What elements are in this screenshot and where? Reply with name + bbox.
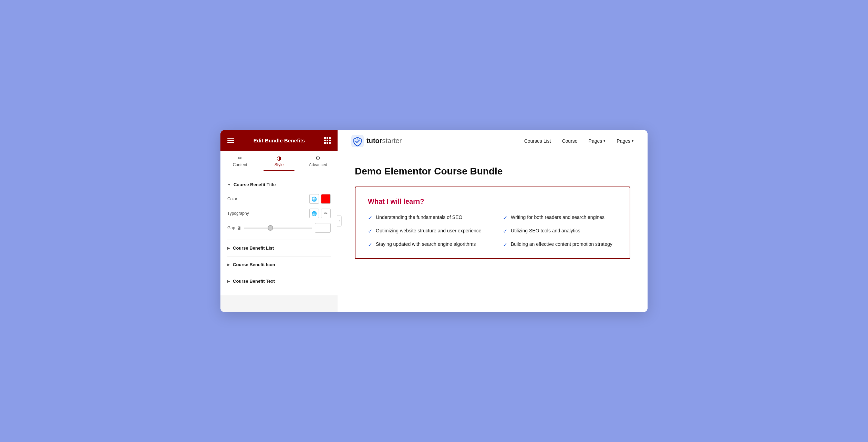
tab-advanced-label: Advanced bbox=[309, 162, 327, 167]
section-benefit-icon-label: Course Benefit Icon bbox=[233, 262, 275, 267]
tab-style-label: Style bbox=[275, 162, 284, 167]
section-benefit-icon-header[interactable]: ▶ Course Benefit Icon bbox=[220, 258, 338, 271]
logo-tutor: tutor bbox=[366, 137, 382, 145]
check-icon-2: ✓ bbox=[368, 228, 372, 234]
benefit-item-3: ✓ Utilizing SEO tools and analytics bbox=[503, 227, 617, 234]
style-tab-icon: ◑ bbox=[277, 155, 281, 161]
check-icon-0: ✓ bbox=[368, 214, 372, 221]
benefit-text-0: Understanding the fundamentals of SEO bbox=[376, 214, 462, 221]
benefit-text-5: Building an effective content promotion … bbox=[511, 241, 612, 248]
slider-thumb[interactable] bbox=[268, 225, 273, 231]
divider-3 bbox=[227, 273, 331, 273]
gap-field-row: Gap 🖥 bbox=[227, 223, 331, 233]
panel-footer bbox=[220, 295, 338, 312]
tab-content-label: Content bbox=[233, 162, 247, 167]
site-nav: tutor starter Courses List Course Pages … bbox=[338, 130, 648, 152]
benefit-text-2: Optimizing website structure and user ex… bbox=[376, 227, 482, 234]
pages-1-chevron-icon: ▾ bbox=[603, 139, 606, 143]
color-controls: 🌐 bbox=[309, 194, 331, 204]
benefit-text-4: Staying updated with search engine algor… bbox=[376, 241, 476, 248]
main-content: Demo Elementor Course Bundle What I will… bbox=[338, 152, 648, 312]
typography-edit-button[interactable]: ✏ bbox=[321, 209, 331, 218]
check-icon-3: ✓ bbox=[503, 228, 507, 234]
typography-field-row: Typography 🌐 ✏ bbox=[227, 209, 331, 218]
benefit-text-1: Writing for both readers and search engi… bbox=[511, 214, 604, 221]
benefit-grid: ✓ Understanding the fundamentals of SEO … bbox=[368, 214, 617, 248]
section-benefit-list-label: Course Benefit List bbox=[233, 245, 274, 251]
section-course-benefit-list: ▶ Course Benefit List bbox=[220, 241, 338, 255]
typography-globe-button[interactable]: 🌐 bbox=[309, 209, 319, 218]
svg-point-1 bbox=[356, 138, 358, 140]
nav-course[interactable]: Course bbox=[562, 138, 577, 144]
nav-links: Courses List Course Pages ▾ Pages ▾ bbox=[524, 138, 634, 144]
section-course-benefit-title: ▼ Course Benefit Title Color 🌐 bbox=[220, 178, 338, 238]
color-field-row: Color 🌐 bbox=[227, 194, 331, 204]
section-benefit-title-body: Color 🌐 Typography 🌐 bbox=[220, 191, 338, 238]
benefit-item-0: ✓ Understanding the fundamentals of SEO bbox=[368, 214, 482, 221]
color-swatch[interactable] bbox=[321, 194, 331, 204]
svg-rect-0 bbox=[351, 135, 364, 147]
outer-container: Edit Bundle Benefits ✏ Content ◑ bbox=[207, 116, 661, 326]
left-panel-wrapper: Edit Bundle Benefits ✏ Content ◑ bbox=[220, 130, 338, 312]
logo-text: tutor starter bbox=[366, 137, 402, 145]
chevron-right-icon-2: ▶ bbox=[227, 263, 230, 267]
gap-slider[interactable] bbox=[244, 224, 312, 231]
left-panel: Edit Bundle Benefits ✏ Content ◑ bbox=[220, 130, 338, 312]
section-benefit-text-header[interactable]: ▶ Course Benefit Text bbox=[220, 274, 338, 288]
panel-tabs: ✏ Content ◑ Style ⚙ Advanced bbox=[220, 151, 338, 171]
gap-label-container: Gap 🖥 bbox=[227, 225, 241, 231]
benefit-box: What I will learn? ✓ Understanding the f… bbox=[355, 187, 630, 259]
panel-title: Edit Bundle Benefits bbox=[254, 138, 305, 143]
color-label: Color bbox=[227, 197, 255, 201]
benefit-text-3: Utilizing SEO tools and analytics bbox=[511, 227, 580, 234]
panel-content: ▼ Course Benefit Title Color 🌐 bbox=[220, 171, 338, 295]
section-course-benefit-icon: ▶ Course Benefit Icon bbox=[220, 258, 338, 271]
gap-monitor-icon: 🖥 bbox=[237, 225, 241, 231]
panel-header: Edit Bundle Benefits bbox=[220, 130, 338, 151]
benefit-item-1: ✓ Writing for both readers and search en… bbox=[503, 214, 617, 221]
app-window: Edit Bundle Benefits ✏ Content ◑ bbox=[220, 130, 648, 312]
section-benefit-text-label: Course Benefit Text bbox=[233, 279, 275, 284]
benefit-item-4: ✓ Staying updated with search engine alg… bbox=[368, 241, 482, 248]
section-course-benefit-text: ▶ Course Benefit Text bbox=[220, 274, 338, 288]
divider-1 bbox=[227, 240, 331, 240]
tab-style[interactable]: ◑ Style bbox=[259, 151, 298, 171]
apps-grid-icon[interactable] bbox=[324, 137, 331, 144]
benefit-item-2: ✓ Optimizing website structure and user … bbox=[368, 227, 482, 234]
benefit-item-5: ✓ Building an effective content promotio… bbox=[503, 241, 617, 248]
section-benefit-title-label: Course Benefit Title bbox=[234, 182, 276, 187]
section-benefit-title-header[interactable]: ▼ Course Benefit Title bbox=[220, 178, 338, 191]
check-icon-1: ✓ bbox=[503, 214, 507, 221]
advanced-tab-icon: ⚙ bbox=[316, 155, 320, 161]
color-globe-button[interactable]: 🌐 bbox=[309, 194, 319, 204]
course-title: Demo Elementor Course Bundle bbox=[355, 166, 630, 177]
gap-label-text: Gap bbox=[227, 225, 235, 230]
gap-input[interactable] bbox=[315, 223, 331, 233]
logo-icon bbox=[351, 135, 364, 147]
content-tab-icon: ✏ bbox=[238, 155, 242, 161]
benefit-box-title: What I will learn? bbox=[368, 198, 617, 205]
pages-2-chevron-icon: ▾ bbox=[632, 139, 634, 143]
check-icon-4: ✓ bbox=[368, 241, 372, 248]
nav-pages-1[interactable]: Pages ▾ bbox=[589, 138, 606, 144]
collapse-panel-handle[interactable]: ‹ bbox=[337, 215, 342, 227]
chevron-down-icon: ▼ bbox=[227, 183, 231, 187]
hamburger-icon[interactable] bbox=[227, 138, 234, 143]
check-icon-5: ✓ bbox=[503, 241, 507, 248]
section-benefit-list-header[interactable]: ▶ Course Benefit List bbox=[220, 241, 338, 255]
chevron-right-icon-3: ▶ bbox=[227, 279, 230, 283]
right-panel: tutor starter Courses List Course Pages … bbox=[338, 130, 648, 312]
typography-label: Typography bbox=[227, 211, 255, 216]
divider-2 bbox=[227, 256, 331, 257]
chevron-right-icon: ▶ bbox=[227, 246, 230, 250]
tab-advanced[interactable]: ⚙ Advanced bbox=[299, 151, 338, 171]
nav-courses-list[interactable]: Courses List bbox=[524, 138, 551, 144]
nav-pages-2[interactable]: Pages ▾ bbox=[617, 138, 634, 144]
logo-starter: starter bbox=[382, 137, 402, 145]
tab-content[interactable]: ✏ Content bbox=[220, 151, 259, 171]
site-logo: tutor starter bbox=[351, 135, 402, 147]
typography-controls: 🌐 ✏ bbox=[309, 209, 331, 218]
slider-track bbox=[244, 228, 312, 229]
